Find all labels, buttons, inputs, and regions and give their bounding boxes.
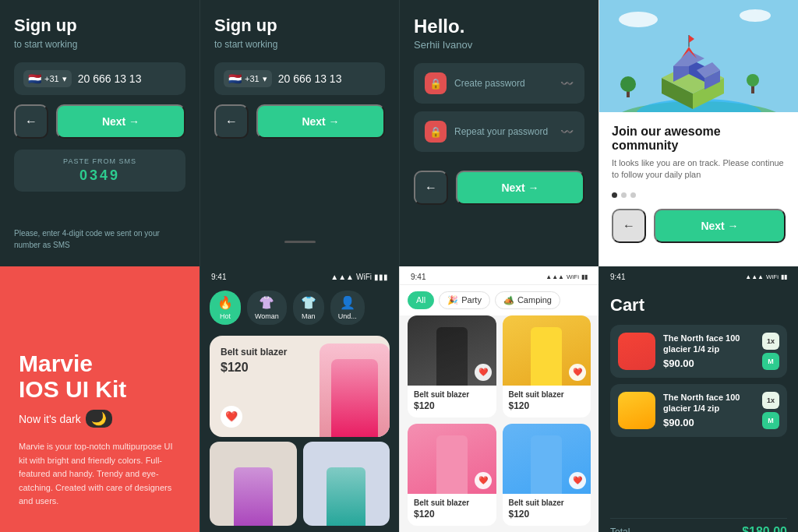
total-label: Total bbox=[610, 527, 630, 532]
status-icons-8: ▲▲▲ WiFi ▮▮ bbox=[745, 273, 787, 280]
product-name-3: Belt suit blazer bbox=[414, 499, 490, 507]
size-badge-1: M bbox=[762, 353, 779, 370]
signal-icon-8: ▲▲▲ bbox=[745, 273, 764, 280]
back-button-3[interactable]: ← bbox=[414, 171, 448, 205]
next-button-3[interactable]: Next → bbox=[456, 171, 584, 205]
svg-point-15 bbox=[620, 76, 636, 92]
eye-icon-2[interactable]: 〰️ bbox=[560, 125, 574, 138]
cart-cell: 9:41 ▲▲▲ WiFi ▮▮ Cart The North face 100… bbox=[598, 266, 798, 533]
cart-item-2[interactable]: The North face 100 glacier 1/4 zip $90.0… bbox=[610, 384, 787, 437]
heart-icon-4: ❤️ bbox=[569, 472, 586, 489]
eye-icon-1[interactable]: 〰️ bbox=[560, 77, 574, 90]
category-tabs: 🔥 Hot 👚 Woman 👕 Man 👤 Und... bbox=[200, 284, 399, 331]
lock-icon-1: 🔒 bbox=[425, 72, 447, 94]
dot-2 bbox=[621, 192, 627, 198]
status-bar-6: 9:41 ▲▲▲ WiFi ▮▮▮ bbox=[200, 266, 399, 284]
community-image bbox=[599, 0, 798, 112]
cart-item-price-2: $90.00 bbox=[663, 417, 754, 428]
dot-3 bbox=[630, 192, 636, 198]
camping-emoji: 🏕️ bbox=[503, 295, 514, 305]
status-time-6: 9:41 bbox=[211, 273, 226, 281]
category-woman[interactable]: 👚 Woman bbox=[247, 291, 287, 325]
nav-buttons-row-3: ← Next → bbox=[414, 171, 584, 205]
repeat-password-row[interactable]: 🔒 Repeat your password 〰️ bbox=[414, 111, 584, 152]
next-label-3: Next → bbox=[501, 181, 538, 194]
total-amount: $180.00 bbox=[742, 525, 787, 532]
country-flag-badge-2[interactable]: 🇳🇱 +31 ▾ bbox=[224, 70, 272, 87]
cat-label-other: Und... bbox=[338, 312, 357, 320]
cart-item-1[interactable]: The North face 100 glacier 1/4 zip $90.0… bbox=[610, 325, 787, 378]
flag-emoji-2: 🇳🇱 bbox=[228, 72, 242, 85]
cart-item-name-1: The North face 100 glacier 1/4 zip bbox=[663, 333, 754, 355]
cart-item-img-1 bbox=[618, 333, 655, 370]
chevron-down-icon: ▾ bbox=[62, 74, 67, 84]
lock-icon-2: 🔒 bbox=[425, 121, 447, 143]
status-time-8: 9:41 bbox=[610, 273, 625, 281]
fire-icon: 🔥 bbox=[217, 295, 233, 310]
nav-buttons-row: ← Next → bbox=[14, 104, 185, 139]
product-img-2: ❤️ bbox=[503, 315, 591, 386]
grid-product-1[interactable]: ❤️ Belt suit blazer $120 bbox=[408, 315, 496, 417]
svg-point-17 bbox=[747, 74, 759, 86]
hello-greeting: Hello. bbox=[414, 16, 584, 37]
grid-product-4[interactable]: ❤️ Belt suit blazer $120 bbox=[503, 424, 591, 526]
heart-icon-3: ❤️ bbox=[475, 472, 492, 489]
back-button-2[interactable]: ← bbox=[214, 104, 249, 139]
status-bar-7: 9:41 ▲▲▲ WiFi ▮▮ bbox=[400, 266, 598, 285]
info-text: Please, enter 4-digit code we sent on yo… bbox=[14, 227, 185, 251]
product-price-1: $120 bbox=[414, 400, 490, 411]
hello-name: Serhii Ivanov bbox=[414, 39, 584, 51]
back-button[interactable]: ← bbox=[14, 104, 48, 139]
product-info-1: Belt suit blazer $120 bbox=[408, 386, 496, 417]
filter-camping[interactable]: 🏕️ Camping bbox=[495, 291, 560, 309]
product-name-2: Belt suit blazer bbox=[509, 390, 585, 399]
product-img-4: ❤️ bbox=[503, 424, 591, 494]
grid-product-2[interactable]: ❤️ Belt suit blazer $120 bbox=[503, 315, 591, 417]
cat-label-man: Man bbox=[301, 312, 316, 320]
phone-input-row[interactable]: 🇳🇱 +31 ▾ 20 666 13 13 bbox=[14, 62, 185, 95]
product-img-1: ❤️ bbox=[408, 315, 496, 386]
signal-icon: ▲▲▲ bbox=[330, 273, 354, 281]
community-nav-buttons: ← Next → bbox=[612, 209, 786, 243]
heart-icon-1: ❤️ bbox=[475, 364, 492, 381]
battery-icon: ▮▮▮ bbox=[374, 273, 388, 281]
cart-badges-2: 1x M bbox=[762, 392, 779, 429]
category-other[interactable]: 👤 Und... bbox=[330, 291, 365, 325]
wifi-icon-7: WiFi bbox=[567, 273, 579, 280]
filter-party-label: Party bbox=[461, 295, 482, 305]
next-button-2[interactable]: Next → bbox=[256, 104, 385, 139]
signup-title: Sign up bbox=[14, 16, 185, 36]
heart-button[interactable]: ❤️ bbox=[221, 406, 242, 428]
filter-all[interactable]: All bbox=[408, 291, 434, 309]
filter-camping-label: Camping bbox=[517, 295, 552, 305]
chevron-down-icon-2: ▾ bbox=[263, 74, 267, 84]
featured-product-card[interactable]: Belt suit blazer $120 ❤️ bbox=[210, 336, 390, 437]
party-emoji: 🎉 bbox=[447, 295, 458, 305]
svg-point-19 bbox=[740, 9, 771, 22]
category-man[interactable]: 👕 Man bbox=[293, 291, 324, 325]
status-icons-6: ▲▲▲ WiFi ▮▮▮ bbox=[330, 273, 388, 281]
filter-party[interactable]: 🎉 Party bbox=[439, 291, 490, 309]
status-bar-8: 9:41 ▲▲▲ WiFi ▮▮ bbox=[599, 266, 798, 284]
create-password-row[interactable]: 🔒 Create password 〰️ bbox=[414, 63, 584, 104]
filter-row: All 🎉 Party 🏕️ Camping bbox=[400, 285, 598, 315]
signal-icon-7: ▲▲▲ bbox=[546, 273, 564, 280]
sms-code-box: PASTE FROM SMS 0349 bbox=[14, 150, 185, 192]
status-time-7: 9:41 bbox=[411, 273, 425, 281]
dark-mode-badge: 🌙 bbox=[86, 410, 112, 428]
product-img-3: ❤️ bbox=[408, 424, 496, 494]
community-next-button[interactable]: Next → bbox=[654, 209, 786, 243]
shop-grid-cell: 9:41 ▲▲▲ WiFi ▮▮ All 🎉 Party 🏕️ Camping … bbox=[399, 266, 598, 533]
create-password-label: Create password bbox=[454, 78, 553, 89]
signup-phone-cell: Sign up to start working 🇳🇱 +31 ▾ 20 666… bbox=[0, 0, 200, 266]
phone-input-row-2[interactable]: 🇳🇱 +31 ▾ 20 666 13 13 bbox=[214, 62, 385, 95]
product-info-4: Belt suit blazer $120 bbox=[503, 494, 591, 526]
community-content: Join our awesome community It looks like… bbox=[599, 112, 798, 266]
flag-emoji: 🇳🇱 bbox=[28, 72, 41, 85]
grid-product-3[interactable]: ❤️ Belt suit blazer $120 bbox=[408, 424, 496, 526]
category-hot[interactable]: 🔥 Hot bbox=[210, 291, 241, 325]
community-back-button[interactable]: ← bbox=[612, 209, 646, 243]
next-button[interactable]: Next → bbox=[56, 104, 185, 139]
country-flag-badge[interactable]: 🇳🇱 +31 ▾ bbox=[23, 70, 72, 87]
cart-item-info-1: The North face 100 glacier 1/4 zip $90.0… bbox=[663, 333, 754, 370]
